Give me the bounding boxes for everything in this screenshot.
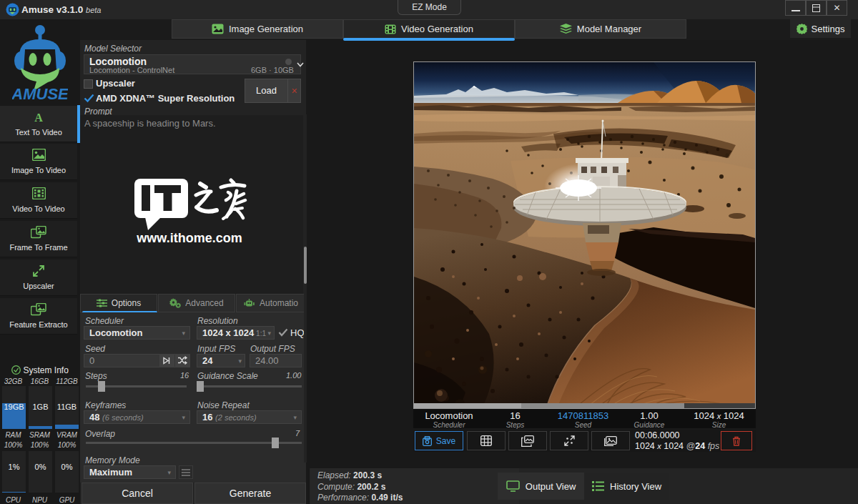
svg-text:www.ithome.com: www.ithome.com xyxy=(136,231,242,245)
svg-text:AMUSE: AMUSE xyxy=(12,85,68,103)
svg-text:A: A xyxy=(34,112,43,124)
